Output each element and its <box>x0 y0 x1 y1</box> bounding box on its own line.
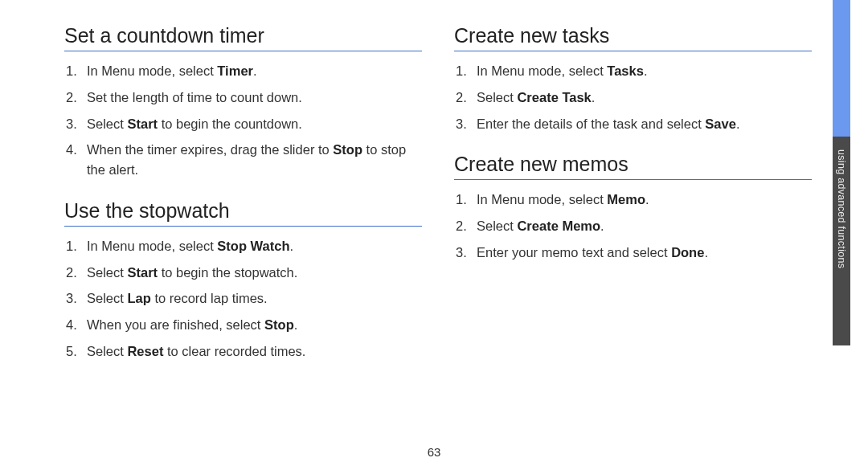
left-column: Set a countdown timer In Menu mode, sele… <box>64 24 422 454</box>
tab-label: using advanced functions <box>833 137 850 345</box>
bold-term: Start <box>127 116 158 131</box>
right-column: Create new tasks In Menu mode, select Ta… <box>454 24 812 454</box>
step-item: Select Reset to clear recorded times. <box>64 341 422 362</box>
bold-term: Create Task <box>517 90 591 104</box>
step-item: Enter your memo text and select Done. <box>454 243 812 263</box>
section-title: Use the stopwatch <box>64 199 422 227</box>
step-item: Select Create Memo. <box>454 216 812 236</box>
bold-term: Stop <box>333 142 362 157</box>
step-item: In Menu mode, select Tasks. <box>454 61 812 81</box>
bold-term: Stop Watch <box>217 239 289 253</box>
bold-term: Create Memo <box>517 219 600 233</box>
tab-accent <box>833 0 850 137</box>
steps-list: In Menu mode, select Memo.Select Create … <box>454 190 812 262</box>
section-stopwatch: Use the stopwatch In Menu mode, select S… <box>64 199 422 362</box>
step-item: In Menu mode, select Memo. <box>454 190 812 210</box>
bold-term: Stop <box>264 317 294 332</box>
step-item: Select Lap to record lap times. <box>64 288 422 309</box>
bold-term: Reset <box>127 344 163 358</box>
section-create-memos: Create new memos In Menu mode, select Me… <box>454 153 812 262</box>
step-item: Select Start to begin the countdown. <box>64 114 422 134</box>
side-tab: using advanced functions <box>833 0 850 345</box>
step-item: When you are finished, select Stop. <box>64 315 422 335</box>
section-create-tasks: Create new tasks In Menu mode, select Ta… <box>454 24 812 133</box>
section-title: Set a countdown timer <box>64 24 422 51</box>
step-item: In Menu mode, select Timer. <box>64 61 422 81</box>
bold-term: Save <box>705 116 736 131</box>
bold-term: Done <box>671 245 704 260</box>
bold-term: Lap <box>127 291 150 305</box>
step-item: When the timer expires, drag the slider … <box>64 140 422 180</box>
steps-list: In Menu mode, select Stop Watch.Select S… <box>64 236 422 362</box>
step-item: Set the length of time to count down. <box>64 88 422 108</box>
step-item: In Menu mode, select Stop Watch. <box>64 236 422 256</box>
section-countdown-timer: Set a countdown timer In Menu mode, sele… <box>64 24 422 180</box>
steps-list: In Menu mode, select Timer.Set the lengt… <box>64 61 422 180</box>
steps-list: In Menu mode, select Tasks.Select Create… <box>454 61 812 133</box>
manual-page: Set a countdown timer In Menu mode, sele… <box>0 0 868 470</box>
step-item: Enter the details of the task and select… <box>454 114 812 134</box>
page-number: 63 <box>428 445 441 459</box>
step-item: Select Create Task. <box>454 88 812 108</box>
step-item: Select Start to begin the stopwatch. <box>64 263 422 283</box>
bold-term: Tasks <box>607 63 644 78</box>
section-title: Create new tasks <box>454 24 812 51</box>
section-title: Create new memos <box>454 153 812 180</box>
bold-term: Timer <box>217 63 253 78</box>
bold-term: Start <box>127 265 158 280</box>
bold-term: Memo <box>607 192 645 206</box>
